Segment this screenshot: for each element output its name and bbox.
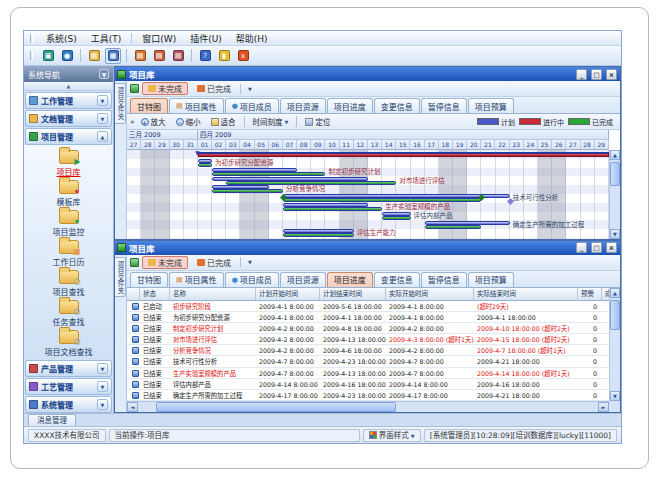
- table-tab-progress[interactable]: 项目进度: [327, 272, 373, 287]
- table-filter-unfinished[interactable]: 未完成: [142, 256, 188, 269]
- gantt-actual-bar[interactable]: [283, 233, 354, 237]
- table-row[interactable]: 已启动初步研究阶段2009-4-1 8:00:002009-5-6 18:00:…: [127, 301, 609, 312]
- table-tab-gantt[interactable]: 甘特图: [130, 272, 168, 287]
- sidebar-group-document[interactable]: 文档管理▼: [25, 110, 112, 127]
- gantt-tab-progress[interactable]: 项目进度: [327, 98, 373, 113]
- sidebar-item-template-library[interactable]: ★模板库: [29, 178, 109, 208]
- timescale-button[interactable]: 时间刻度 ▼: [249, 114, 293, 129]
- sidebar-item-work-calendar[interactable]: ▦工作日历: [29, 238, 109, 268]
- report-view-icon-button[interactable]: ▤: [170, 48, 186, 64]
- gantt-actual-bar[interactable]: [226, 181, 396, 185]
- table-tab-resources[interactable]: 项目资源: [280, 272, 326, 287]
- scroll-down-icon[interactable]: ▼: [610, 391, 620, 401]
- gantt-tab-members[interactable]: ●项目成员: [225, 98, 279, 113]
- globe-icon-button[interactable]: ●: [59, 48, 75, 64]
- maximize-button[interactable]: □: [591, 69, 602, 80]
- gantt-actual-bar[interactable]: [212, 189, 283, 193]
- filter-dropdown-icon[interactable]: ▼: [244, 83, 256, 95]
- pin-icon[interactable]: ▼: [99, 69, 109, 79]
- gantt-tab-properties[interactable]: ▤项目属性: [169, 98, 224, 113]
- close-button[interactable]: ×: [606, 242, 617, 253]
- sidebar-item-project-doc-search[interactable]: ○项目文档查找: [29, 328, 109, 358]
- stop-icon-button[interactable]: x: [235, 48, 251, 64]
- table-tab-members[interactable]: ●项目成员: [225, 272, 279, 287]
- table-header-actual-end[interactable]: 实际结束时间: [474, 288, 578, 300]
- menu-item-system[interactable]: 系统(S): [39, 31, 84, 46]
- sidebar-collapse-button[interactable]: ▲: [24, 82, 113, 91]
- ui-style-button[interactable]: 界面样式▼: [363, 429, 421, 442]
- table-header-plan-start[interactable]: 计划开始时间: [256, 288, 320, 300]
- gantt-filter-finished[interactable]: 已完成: [191, 82, 237, 95]
- table-row[interactable]: 已结束确定生产所需的加工过程2009-4-17 8:00:002009-4-23…: [127, 390, 609, 401]
- table-tab-properties[interactable]: ▤项目属性: [169, 272, 224, 287]
- minimize-button[interactable]: _: [576, 242, 587, 253]
- gantt-tab-resources[interactable]: 项目资源: [280, 98, 326, 113]
- gantt-actual-bar[interactable]: [212, 172, 325, 176]
- gantt-plan-bar[interactable]: [212, 177, 368, 181]
- zoom-in-button[interactable]: + 放大: [137, 114, 170, 129]
- sidebar-group-process[interactable]: 工艺管理▼: [25, 378, 112, 395]
- scroll-thumb[interactable]: [156, 402, 395, 412]
- table-header-cost[interactable]: 成: [602, 288, 609, 300]
- table-tab-pauses[interactable]: 暂停信息: [421, 272, 467, 287]
- close-button[interactable]: ×: [606, 69, 617, 80]
- maximize-button[interactable]: □: [591, 242, 602, 253]
- filter-dropdown-icon[interactable]: ▼: [244, 256, 256, 268]
- lock-icon-button[interactable]: ▮: [216, 48, 232, 64]
- locate-button[interactable]: 定位: [301, 114, 334, 129]
- gantt-filter-unfinished[interactable]: 未完成: [142, 82, 188, 95]
- message-management-tab[interactable]: 消息管理: [28, 414, 76, 426]
- table-header-warning[interactable]: 预警: [578, 288, 602, 300]
- gantt-actual-bar[interactable]: [283, 198, 481, 202]
- table-vertical-scrollbar[interactable]: ▲ ▼: [609, 288, 620, 402]
- gantt-actual-bar[interactable]: [425, 225, 482, 229]
- table-row[interactable]: 已结束对市场进行评估2009-4-2 8:00:002009-4-13 18:0…: [127, 334, 609, 345]
- overflow-chevron-icon[interactable]: »: [130, 117, 135, 126]
- table-filter-finished[interactable]: 已完成: [191, 256, 237, 269]
- gantt-tab-changes[interactable]: 变更信息: [374, 98, 420, 113]
- table-row[interactable]: 已结束生产实验室规模的产品2009-4-7 8:00:002009-4-13 1…: [127, 368, 609, 379]
- gantt-plan-bar[interactable]: [425, 221, 510, 225]
- scroll-up-icon[interactable]: ▲: [610, 150, 620, 160]
- menu-item-help[interactable]: 帮助(H): [229, 31, 275, 46]
- gantt-tab-pauses[interactable]: 暂停信息: [421, 98, 467, 113]
- sidebar-group-system-mgmt[interactable]: 系统管理▼: [25, 396, 112, 413]
- table-horizontal-scrollbar[interactable]: ◄ ►: [127, 401, 609, 412]
- gantt-actual-bar[interactable]: [198, 163, 212, 167]
- save-icon-button[interactable]: ▦: [105, 48, 121, 64]
- table-row[interactable]: 已结束评估内部产品2009-4-14 8:00:002009-4-16 18:0…: [127, 379, 609, 390]
- table-row[interactable]: 已结束分析竞争情况2009-4-2 8:00:002009-4-6 18:00:…: [127, 345, 609, 356]
- gantt-window-titlebar[interactable]: 项目库 _ □ ×: [115, 67, 620, 81]
- gantt-actual-bar[interactable]: [283, 207, 382, 211]
- sidebar-group-product[interactable]: 产品管理▼: [25, 360, 112, 377]
- sidebar-group-project[interactable]: 项目管理▲: [25, 128, 112, 145]
- fit-button[interactable]: 适合: [207, 114, 240, 129]
- table-row[interactable]: 已结束技术可行性分析2009-4-7 8:00:002009-4-23 18:0…: [127, 356, 609, 367]
- table-tab-changes[interactable]: 变更信息: [374, 272, 420, 287]
- sidebar-item-task-search[interactable]: ○任务查找: [29, 298, 109, 328]
- gantt-tab-gantt[interactable]: 甘特图: [130, 98, 168, 113]
- gantt-vertical-scrollbar[interactable]: ▲ ▼: [609, 150, 620, 239]
- gantt-actual-bar[interactable]: [382, 216, 410, 220]
- minimize-button[interactable]: _: [576, 69, 587, 80]
- menu-item-window[interactable]: 窗口(W): [135, 31, 183, 46]
- table-header-name[interactable]: 名称: [170, 288, 256, 300]
- help-icon-button[interactable]: ?: [197, 48, 213, 64]
- scroll-thumb[interactable]: [610, 162, 620, 186]
- scroll-up-icon[interactable]: ▲: [610, 288, 620, 298]
- report-new-icon-button[interactable]: ▤: [132, 48, 148, 64]
- sidebar-item-project-library[interactable]: ▶项目库: [29, 148, 109, 178]
- sidebar-item-project-monitor[interactable]: ★项目监控: [29, 208, 109, 238]
- scroll-right-icon[interactable]: ►: [598, 402, 609, 412]
- table-window-titlebar[interactable]: 项目库 _ □ ×: [115, 241, 620, 255]
- table-header-status[interactable]: 状态: [140, 288, 170, 300]
- zoom-out-button[interactable]: − 缩小: [172, 114, 205, 129]
- sidebar-group-work[interactable]: 工作管理▼: [25, 92, 112, 109]
- table-tab-budget[interactable]: 项目预算: [468, 272, 514, 287]
- menu-item-tools[interactable]: 工具(T): [84, 31, 129, 46]
- table-row[interactable]: 已结束制定初步研究计划2009-4-2 8:00:002009-4-8 18:0…: [127, 323, 609, 334]
- scroll-down-icon[interactable]: ▼: [610, 229, 620, 239]
- folder-open-icon-button[interactable]: ▤: [86, 48, 102, 64]
- scroll-left-icon[interactable]: ◄: [127, 402, 138, 412]
- report-edit-icon-button[interactable]: ▤: [151, 48, 167, 64]
